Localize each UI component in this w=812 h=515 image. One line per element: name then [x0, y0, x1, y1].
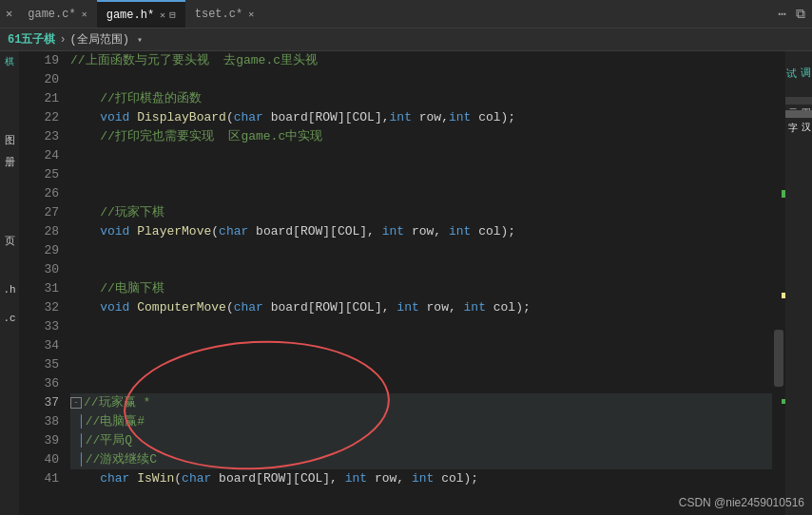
keyword-void-22: void [100, 108, 129, 127]
scrollbar-marker-green-2 [782, 399, 785, 404]
tab-tset-c-label: tset.c* [195, 8, 242, 21]
code-line-29 [70, 241, 772, 260]
tab-bar-actions: ⋯ ⧉ [776, 6, 812, 22]
code-line-26 [70, 184, 772, 203]
global-close-button[interactable]: ✕ [0, 0, 18, 28]
left-icon-2: 图 [5, 133, 15, 147]
right-panel-icon-3[interactable]: 汉字 [783, 110, 812, 118]
code-line-24 [70, 146, 772, 165]
ln-29: 29 [19, 241, 59, 260]
right-panel: 调试 图示 汉字 [785, 51, 812, 515]
ln-25: 25 [19, 165, 59, 184]
line-37-text: //玩家赢 * [84, 393, 150, 412]
tab-game-c-label: game.c* [28, 8, 75, 21]
ln-28: 28 [19, 222, 59, 241]
tab-game-c-close[interactable]: ✕ [82, 9, 87, 20]
fn-playermove: PlayerMove [137, 222, 211, 241]
ln-20: 20 [19, 70, 59, 89]
code-line-27: //玩家下棋 [70, 203, 772, 222]
code-line-21: //打印棋盘的函数 [70, 89, 772, 108]
code-line-20 [70, 70, 772, 89]
right-panel-icon-2[interactable]: 图示 [783, 97, 812, 105]
ln-26: 26 [19, 184, 59, 203]
fn-displayboard: DisplayBoard [137, 108, 226, 127]
tab-tset-c[interactable]: tset.c* ✕ [185, 0, 263, 28]
line-38-text: //电脑赢# [86, 412, 145, 431]
tab-split-editor-button[interactable]: ⧉ [793, 7, 808, 22]
code-line-23: //打印完也需要实现 区game.c中实现 [70, 127, 772, 146]
left-icon-3: 册 [5, 155, 15, 169]
code-line-33 [70, 317, 772, 336]
ln-41: 41 [19, 469, 59, 488]
ln-36: 36 [19, 374, 59, 393]
tab-game-h-label: game.h* [106, 9, 154, 22]
scrollbar-marker-green-1 [782, 190, 785, 198]
code-line-30 [70, 260, 772, 279]
line-23-text: //打印完也需要实现 区game.c中实现 [70, 127, 322, 146]
ln-23: 23 [19, 127, 59, 146]
ln-33: 33 [19, 317, 59, 336]
code-line-19: //上面函数与元了要头视 去game.c里头视 [70, 51, 772, 70]
tab-game-h-close[interactable]: ✕ [160, 10, 165, 21]
left-icon-5: .h [3, 284, 15, 296]
code-line-31: //电脑下棋 [70, 279, 772, 298]
tab-game-c[interactable]: game.c* ✕ [18, 0, 96, 28]
left-icon-4: 页 [5, 234, 15, 248]
ln-35: 35 [19, 355, 59, 374]
scope-range[interactable]: (全局范围) [70, 31, 129, 48]
ln-34: 34 [19, 336, 59, 355]
fn-iswin: IsWin [137, 469, 174, 488]
ln-22: 22 [19, 108, 59, 127]
code-line-38: │//电脑赢# [70, 412, 772, 431]
code-line-34 [70, 336, 772, 355]
side-icons: 棋 图 册 页 .h .c [0, 51, 19, 515]
line-21-text: //打印棋盘的函数 [70, 89, 202, 108]
line-27-text: //玩家下棋 [70, 203, 164, 222]
right-panel-icon-1[interactable]: 调试 [783, 55, 812, 63]
line-31-text: //电脑下棋 [70, 279, 164, 298]
ln-27: 27 [19, 203, 59, 222]
code-line-22: void DisplayBoard(char board[ROW][COL],i… [70, 108, 772, 127]
ln-19: 19 [19, 51, 59, 70]
tab-split-icon[interactable]: ⊟ [169, 9, 176, 21]
line-19-text: //上面函数与元了要头视 去game.c里头视 [70, 51, 318, 70]
code-line-39: │//平局Q [70, 431, 772, 450]
tab-overflow-button[interactable]: ⋯ [776, 6, 789, 22]
code-line-25 [70, 165, 772, 184]
code-line-41: char IsWin(char board[ROW][COL], int row… [70, 469, 772, 488]
scope-bar: 61五子棋 › (全局范围) ▾ [0, 29, 812, 51]
tab-tset-c-close[interactable]: ✕ [248, 9, 254, 20]
tab-game-h[interactable]: game.h* ✕ ⊟ [97, 0, 185, 28]
ln-21: 21 [19, 89, 59, 108]
left-icon-6: .c [3, 313, 15, 324]
scrollbar-marker-yellow-1 [782, 293, 785, 298]
ln-32: 32 [19, 298, 59, 317]
scrollbar-track[interactable] [772, 51, 785, 515]
line-numbers: 19 20 21 22 23 24 25 26 27 28 29 30 31 3… [19, 51, 67, 515]
ln-37: 37 [19, 393, 59, 412]
ln-31: 31 [19, 279, 59, 298]
watermark: CSDN @nie2459010516 [679, 496, 804, 509]
code-line-36 [70, 374, 772, 393]
code-line-40: │//游戏继续C [70, 450, 772, 469]
code-line-32: void ComputerMove(char board[ROW][COL], … [70, 298, 772, 317]
code-line-37: -//玩家赢 * [70, 393, 772, 412]
code-line-28: void PlayerMove(char board[ROW][COL], in… [70, 222, 772, 241]
breadcrumb-arrow: › [59, 33, 66, 47]
ln-24: 24 [19, 146, 59, 165]
scrollbar-thumb[interactable] [774, 330, 783, 387]
ln-30: 30 [19, 260, 59, 279]
ln-39: 39 [19, 431, 59, 450]
collapse-button-37[interactable]: - [70, 397, 82, 409]
code-editor[interactable]: //上面函数与元了要头视 去game.c里头视 //打印棋盘的函数 void D… [67, 51, 772, 515]
ln-38: 38 [19, 412, 59, 431]
code-line-35 [70, 355, 772, 374]
line-39-text: //平局Q [86, 431, 132, 450]
tab-bar: ✕ game.c* ✕ game.h* ✕ ⊟ tset.c* ✕ ⋯ ⧉ [0, 0, 812, 29]
code-container: 棋 图 册 页 .h .c 19 20 21 22 23 24 25 26 27… [0, 51, 812, 515]
breadcrumb-label: 61五子棋 [8, 31, 55, 48]
fn-computermove: ComputerMove [137, 298, 226, 317]
scope-dropdown-arrow[interactable]: ▾ [137, 34, 143, 46]
left-icon-1: 棋 [5, 55, 14, 68]
ln-40: 40 [19, 450, 59, 469]
